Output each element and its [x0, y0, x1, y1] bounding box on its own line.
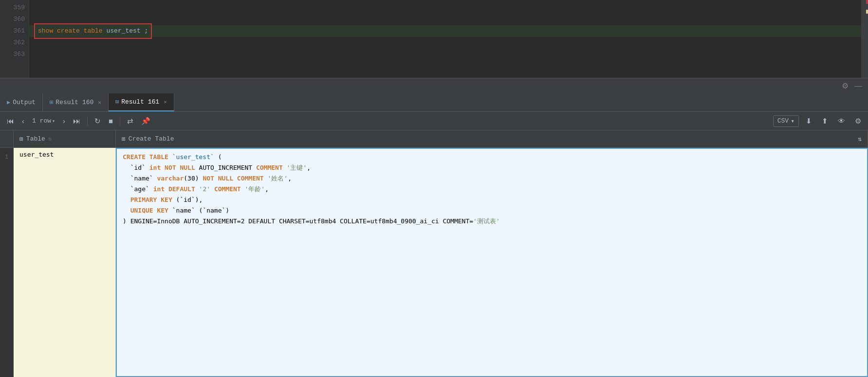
chevron-down-icon: ▾ [52, 118, 55, 124]
view-btn[interactable]: 👁 [835, 115, 848, 127]
cell-table-name[interactable]: user_test [14, 148, 116, 377]
cell-create-sql[interactable]: CREATE TABLE `user_test` ( `id` int NOT … [116, 148, 868, 377]
tab-close-161[interactable]: ✕ [164, 99, 167, 105]
col-expand-icon: ⇅ [858, 135, 862, 143]
table-name: user_test [106, 27, 140, 35]
line-numbers: 359 360 361 362 363 [0, 0, 29, 78]
output-panel: ▶ Output ⊞ Result 160 ✕ ⊞ Result 161 ✕ ⏮… [0, 93, 868, 377]
kw-show: show [38, 27, 53, 35]
col-header-create[interactable]: ⊞ Create Table ⇅ [116, 130, 868, 147]
code-line-363 [29, 49, 861, 60]
row-numbers: 1 [0, 148, 14, 377]
code-line-362 [29, 37, 861, 49]
first-page-btn[interactable]: ⏮ [4, 115, 17, 127]
tab-result-161[interactable]: ⊞ Result 161 ✕ [109, 93, 174, 111]
col-table-label: Table [26, 135, 45, 143]
row-num-1: 1 [5, 151, 8, 248]
refresh-btn[interactable]: ↻ [92, 115, 104, 127]
pin-btn[interactable]: 📌 [138, 115, 153, 127]
table-data-row: user_test CREATE TABLE `user_test` ( `id… [14, 148, 868, 377]
tab-result-161-label: Result 161 [121, 98, 159, 106]
table-header: ⊞ Table ⇅ ⊞ Create Table ⇅ [0, 130, 868, 148]
csv-dropdown[interactable]: CSV ▾ [773, 115, 799, 127]
row-count-label: 1 row [32, 117, 51, 125]
code-content[interactable]: ✓ show create table user_test ; [29, 0, 861, 78]
code-editor: 359 360 361 362 363 ✓ show create table … [0, 0, 868, 78]
minimize-icon-btn[interactable]: — [854, 82, 862, 90]
table-icon-161: ⊞ [115, 98, 119, 106]
line-num-362: 362 [0, 37, 25, 49]
sql-create-kw: CREATE TABLE [123, 153, 168, 161]
code-line-360 [29, 14, 861, 25]
csv-chevron-icon: ▾ [791, 117, 794, 125]
table-icon-col: ⊞ [19, 135, 23, 143]
scrollbar-marker-red [866, 0, 868, 4]
toolbar-right: CSV ▾ ⬇ ⬆ 👁 ⚙ [773, 115, 864, 127]
kw-create: create [57, 27, 80, 35]
row-info[interactable]: 1 row ▾ [29, 117, 58, 125]
tab-result-160-label: Result 160 [55, 99, 93, 106]
scrollbar-marker-yellow [866, 10, 868, 14]
tab-result-160[interactable]: ⊞ Result 160 ✕ [43, 93, 109, 111]
sql-table-name: `user_test` [172, 153, 214, 161]
stop-btn[interactable]: ■ [106, 115, 116, 127]
row-num-header-cell [0, 130, 14, 147]
code-line-359 [29, 2, 861, 14]
tab-output[interactable]: ▶ Output [0, 93, 43, 111]
sort-icon-table: ⇅ [48, 135, 52, 143]
prev-page-btn[interactable]: ‹ [19, 115, 27, 127]
line-num-363: 363 [0, 49, 25, 60]
download-btn[interactable]: ⬇ [803, 115, 815, 127]
upload-btn[interactable]: ⬆ [819, 115, 831, 127]
settings-icon-btn[interactable]: ⚙ [842, 81, 849, 90]
col-create-label: Create Table [129, 135, 174, 143]
tabs-row: ▶ Output ⊞ Result 160 ✕ ⊞ Result 161 ✕ [0, 93, 868, 112]
tab-output-label: Output [13, 99, 36, 106]
transfer-btn[interactable]: ⇄ [124, 115, 136, 127]
last-page-btn[interactable]: ⏭ [70, 115, 83, 127]
separator-1 [87, 116, 88, 126]
line-num-359: 359 [0, 2, 25, 14]
code-line-361[interactable]: ✓ show create table user_test ; [29, 25, 861, 37]
next-page-btn[interactable]: › [60, 115, 68, 127]
table-icon-160: ⊞ [50, 99, 53, 106]
editor-scrollbar[interactable] [861, 0, 868, 78]
line-num-361: 361 [0, 25, 25, 37]
line-num-360: 360 [0, 14, 25, 25]
panel-divider: ⚙ — [0, 78, 868, 93]
col-header-table[interactable]: ⊞ Table ⇅ [14, 130, 116, 147]
tab-close-160[interactable]: ✕ [98, 99, 101, 106]
table-body: 1 user_test CREATE TABLE `user_test` ( `… [0, 148, 868, 377]
toolbar-row: ⏮ ‹ 1 row ▾ › ⏭ ↻ ■ ⇄ 📌 CSV ▾ ⬇ ⬆ 👁 ⚙ [0, 112, 868, 130]
output-icon: ▶ [7, 99, 10, 106]
create-table-icon-col: ⊞ [122, 135, 126, 143]
kw-table: table [84, 27, 103, 35]
table-value: user_test [19, 151, 54, 158]
csv-label: CSV [777, 117, 789, 125]
result-table: ⊞ Table ⇅ ⊞ Create Table ⇅ 1 user_tes [0, 130, 868, 377]
table-settings-btn[interactable]: ⚙ [852, 115, 864, 127]
separator-2 [120, 116, 120, 126]
